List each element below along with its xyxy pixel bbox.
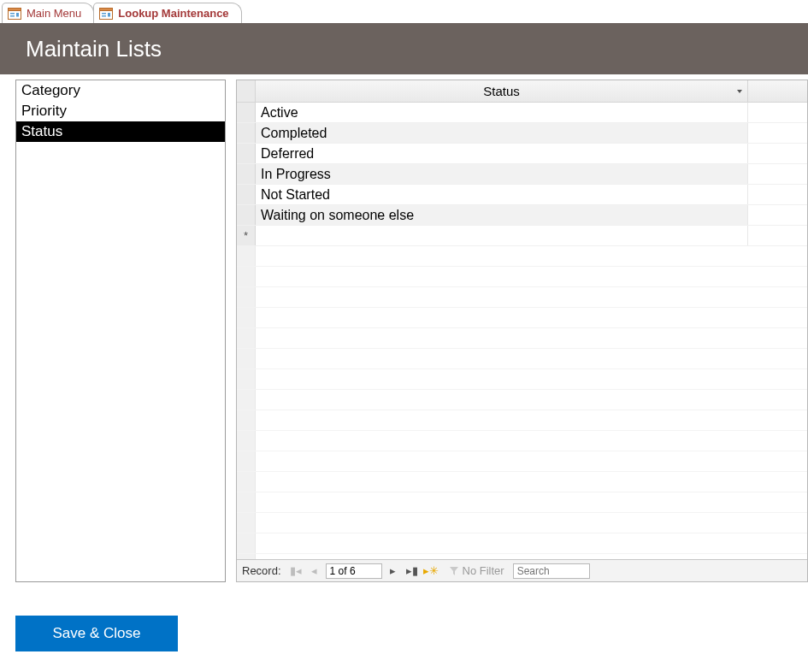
row-selector xyxy=(237,390,256,410)
table-row[interactable]: Deferred xyxy=(237,144,807,164)
chevron-down-icon xyxy=(737,90,742,93)
list-item[interactable]: Category xyxy=(16,80,225,101)
empty-row xyxy=(237,451,807,472)
grid-header-row: Status xyxy=(237,80,807,103)
save-close-button[interactable]: Save & Close xyxy=(15,616,178,651)
row-selector xyxy=(237,287,256,307)
row-selector xyxy=(237,349,256,368)
row-selector[interactable] xyxy=(237,144,256,163)
record-label: Record: xyxy=(242,564,281,577)
row-selector xyxy=(237,451,256,471)
empty-row xyxy=(237,492,807,513)
record-position-input[interactable] xyxy=(326,563,382,579)
row-selector xyxy=(237,267,256,286)
cell-status[interactable]: Not Started xyxy=(256,185,748,204)
empty-row xyxy=(237,349,807,369)
form-icon xyxy=(8,8,21,20)
row-selector[interactable] xyxy=(237,164,256,184)
row-selector[interactable] xyxy=(237,205,256,225)
column-header-status[interactable]: Status xyxy=(256,80,748,102)
svg-rect-3 xyxy=(10,15,15,17)
tab-main-menu[interactable]: Main Menu xyxy=(2,3,94,23)
cell-status[interactable]: Active xyxy=(256,103,748,122)
column-header-blank xyxy=(748,80,807,102)
cell-status[interactable]: Waiting on someone else xyxy=(256,205,748,225)
row-selector xyxy=(237,472,256,492)
row-selector xyxy=(237,369,256,389)
page-title-text: Maintain Lists xyxy=(26,36,162,62)
empty-row xyxy=(237,246,807,267)
empty-row xyxy=(237,287,807,308)
row-selector xyxy=(237,492,256,512)
table-row[interactable]: Not Started xyxy=(237,185,807,205)
row-selector xyxy=(237,533,256,553)
tab-label: Main Menu xyxy=(27,7,81,20)
list-item[interactable]: Status xyxy=(16,121,225,142)
cell-status[interactable] xyxy=(256,226,748,245)
search-input[interactable] xyxy=(513,563,590,579)
svg-rect-6 xyxy=(100,8,113,10)
column-header-label: Status xyxy=(483,84,520,98)
row-selector xyxy=(237,328,256,348)
row-selector[interactable] xyxy=(237,185,256,204)
category-list[interactable]: CategoryPriorityStatus xyxy=(15,80,226,582)
nav-last-button[interactable]: ▸▮ xyxy=(404,563,420,579)
table-row[interactable]: Waiting on someone else xyxy=(237,205,807,226)
record-navigator: Record: ▮◂ ◂ ▸ ▸▮ ▸✳ No Filter xyxy=(237,559,807,581)
table-row[interactable]: Completed xyxy=(237,123,807,144)
empty-row xyxy=(237,472,807,492)
svg-rect-8 xyxy=(102,15,106,17)
empty-row xyxy=(237,431,807,451)
cell-status[interactable]: Completed xyxy=(256,123,748,143)
svg-rect-7 xyxy=(102,13,106,15)
cell-status[interactable]: Deferred xyxy=(256,144,748,163)
table-row-new[interactable]: * xyxy=(237,226,807,246)
empty-row xyxy=(237,267,807,287)
row-selector xyxy=(237,410,256,430)
row-selector[interactable] xyxy=(237,103,256,122)
row-selector xyxy=(237,246,256,266)
select-all-cell[interactable] xyxy=(237,80,256,102)
nav-prev-button[interactable]: ◂ xyxy=(307,563,322,579)
tab-lookup-maintenance[interactable]: Lookup Maintenance xyxy=(93,3,241,23)
svg-rect-9 xyxy=(108,13,110,17)
datasheet: Status ActiveCompletedDeferredIn Progres… xyxy=(236,80,808,582)
list-item[interactable]: Priority xyxy=(16,101,225,121)
empty-row xyxy=(237,369,807,390)
empty-row xyxy=(237,513,807,533)
nav-next-button[interactable]: ▸ xyxy=(386,563,401,579)
row-selector xyxy=(237,513,256,533)
page-title: Maintain Lists xyxy=(0,23,808,74)
row-selector[interactable] xyxy=(237,123,256,143)
cell-status[interactable]: In Progress xyxy=(256,164,748,184)
work-area: CategoryPriorityStatus Status ActiveComp… xyxy=(0,74,808,586)
nav-first-button[interactable]: ▮◂ xyxy=(288,563,304,579)
svg-rect-2 xyxy=(10,13,15,15)
empty-row xyxy=(237,533,807,554)
table-row[interactable]: In Progress xyxy=(237,164,807,185)
grid-body[interactable]: ActiveCompletedDeferredIn ProgressNot St… xyxy=(237,103,807,559)
form-icon xyxy=(99,8,113,20)
row-selector xyxy=(237,308,256,327)
new-record-icon: * xyxy=(237,226,256,245)
empty-row xyxy=(237,410,807,431)
document-tabs: Main Menu Lookup Maintenance xyxy=(0,0,808,23)
filter-indicator[interactable]: No Filter xyxy=(449,564,504,577)
tab-label: Lookup Maintenance xyxy=(118,7,228,20)
nav-new-record-button[interactable]: ▸✳ xyxy=(423,563,439,579)
svg-rect-1 xyxy=(9,8,21,10)
row-selector xyxy=(237,431,256,451)
empty-row xyxy=(237,390,807,410)
filter-icon xyxy=(449,566,459,576)
save-close-label: Save & Close xyxy=(53,625,141,642)
svg-rect-4 xyxy=(16,13,19,17)
filter-label: No Filter xyxy=(463,564,504,577)
table-row[interactable]: Active xyxy=(237,103,807,123)
empty-row xyxy=(237,328,807,349)
empty-row xyxy=(237,308,807,328)
